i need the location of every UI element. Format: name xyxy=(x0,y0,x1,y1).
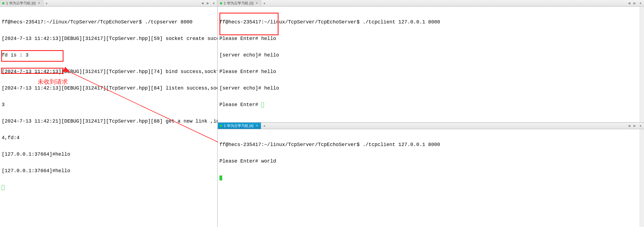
close-icon[interactable]: ✕ xyxy=(255,124,259,128)
scrollbar-vertical[interactable] xyxy=(640,7,644,122)
terminal-line: ff@hecs-235417:~/linux/TcpServer/TcpEcho… xyxy=(219,142,642,147)
tabbar-bottom-right: 1 华为云学习机 [4] ✕ + ◀ ▶ ▼ xyxy=(218,123,644,129)
cursor-icon xyxy=(219,175,222,180)
cursor-icon xyxy=(261,102,264,107)
scrollbar-vertical[interactable] xyxy=(640,129,644,227)
tab-br-0[interactable]: 1 华为云学习机 [4] ✕ xyxy=(218,123,261,129)
nav-right-icon[interactable]: ▶ xyxy=(206,1,210,5)
tabbar-left: 1 华为云学习机 [0] ✕ + ◀ ▶ ▼ xyxy=(0,0,217,7)
terminal-pane-bottom-right: 1 华为云学习机 [4] ✕ + ◀ ▶ ▼ ff@hecs-235417:~/… xyxy=(218,122,644,227)
terminal-line: [server echo]# hello xyxy=(219,85,642,91)
nav-left-icon[interactable]: ◀ xyxy=(627,1,631,5)
nav-dropdown-icon[interactable]: ▼ xyxy=(638,124,643,128)
nav-right-icon[interactable]: ▶ xyxy=(633,1,637,5)
terminal-output-top-right[interactable]: ff@hecs-235417:~/linux/TcpServer/TcpEcho… xyxy=(218,7,644,122)
terminal-text: Please Enter# xyxy=(219,102,261,107)
nav-left-icon[interactable]: ◀ xyxy=(200,1,204,5)
terminal-line: Please Enter# xyxy=(219,102,642,107)
nav-right-icon[interactable]: ▶ xyxy=(633,124,637,128)
status-dot-icon xyxy=(220,2,222,4)
terminal-line: ff@hecs-235417:~/linux/TcpServer/TcpEcho… xyxy=(219,19,642,25)
terminal-line: [127.0.0.1:37664]#hello xyxy=(2,152,216,157)
cursor-line xyxy=(2,185,216,190)
tab-left-0[interactable]: 1 华为云学习机 [0] ✕ xyxy=(0,0,43,6)
cursor-icon xyxy=(2,185,4,190)
close-icon[interactable]: ✕ xyxy=(37,1,41,5)
cursor-line xyxy=(219,175,642,180)
terminal-line: Please Enter# hello xyxy=(219,69,642,74)
status-dot-icon xyxy=(220,125,222,127)
tabbar-top-right: 1 华为云学习机 [3] ✕ + ◀ ▶ ▼ xyxy=(218,0,644,7)
add-tab-button[interactable]: + xyxy=(261,123,268,129)
status-dot-icon xyxy=(2,2,4,4)
terminal-line: fd is : 3 xyxy=(2,52,216,58)
terminal-line: Please Enter# world xyxy=(219,158,642,164)
tab-nav-controls: ◀ ▶ ▼ xyxy=(200,0,216,6)
terminal-pane-left: 1 华为云学习机 [0] ✕ + ◀ ▶ ▼ ff@hecs-235417:~/… xyxy=(0,0,218,227)
nav-left-icon[interactable]: ◀ xyxy=(627,124,631,128)
add-tab-button[interactable]: + xyxy=(261,0,268,6)
terminal-output-left[interactable]: ff@hecs-235417:~/linux/TcpServer/TcpEcho… xyxy=(0,7,217,227)
tab-title: 1 华为云学习机 [4] xyxy=(224,123,253,128)
terminal-line: [server echo]# hello xyxy=(219,52,642,58)
tab-nav-controls: ◀ ▶ ▼ xyxy=(627,123,643,129)
terminal-line: [2024-7-13 11:42:13][DEBUG][312417][TcpS… xyxy=(2,69,216,74)
tab-nav-controls: ◀ ▶ ▼ xyxy=(627,0,643,6)
tab-title: 1 华为云学习机 [3] xyxy=(224,1,253,6)
terminal-line: [2024-7-13 11:42:13][DEBUG][312417][TcpS… xyxy=(2,36,216,41)
terminal-line: Please Enter# hello xyxy=(219,36,642,41)
nav-dropdown-icon[interactable]: ▼ xyxy=(211,2,216,5)
terminal-line: [2024-7-13 11:42:21][DEBUG][312417][TcpS… xyxy=(2,118,216,124)
terminal-pane-top-right: 1 华为云学习机 [3] ✕ + ◀ ▶ ▼ ff@hecs-235417:~/… xyxy=(218,0,644,122)
add-tab-button[interactable]: + xyxy=(43,0,50,6)
tab-tr-0[interactable]: 1 华为云学习机 [3] ✕ xyxy=(218,0,261,6)
terminal-output-bottom-right[interactable]: ff@hecs-235417:~/linux/TcpServer/TcpEcho… xyxy=(218,129,644,227)
terminal-line: [2024-7-13 11:42:13][DEBUG][312417][TcpS… xyxy=(2,85,216,91)
terminal-line: 4,fd:4 xyxy=(2,135,216,140)
close-icon[interactable]: ✕ xyxy=(255,1,259,5)
nav-dropdown-icon[interactable]: ▼ xyxy=(638,2,643,5)
terminal-line: [127.0.0.1:37664]#hello xyxy=(2,168,216,174)
tab-title: 1 华为云学习机 [0] xyxy=(6,1,36,6)
terminal-line: 3 xyxy=(2,102,216,107)
terminal-line: ff@hecs-235417:~/linux/TcpServer/TcpEcho… xyxy=(2,19,216,25)
